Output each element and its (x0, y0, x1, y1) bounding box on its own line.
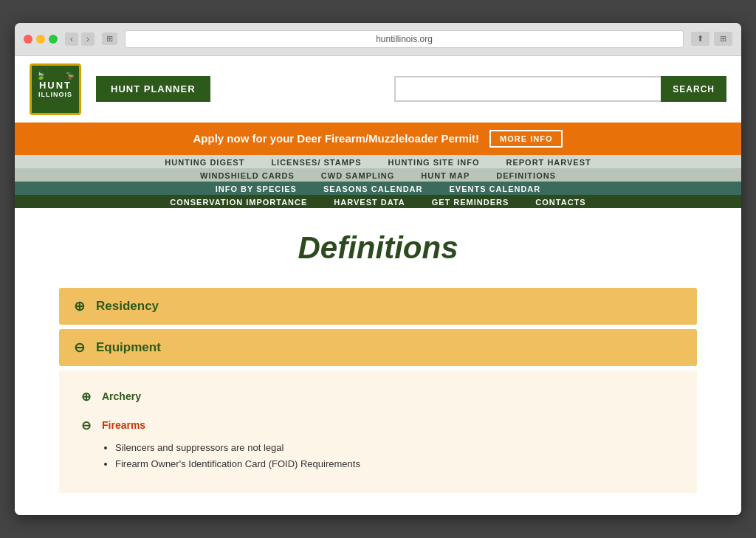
banner-text: Apply now for your Deer Firearm/Muzzlelo… (193, 132, 480, 145)
equipment-accordion: ⊖ Equipment (59, 329, 697, 366)
hunt-planner-button[interactable]: HUNT PLANNER (96, 76, 210, 102)
site-logo: 🍃 🦆 HUNT ILLINOIS (30, 63, 81, 115)
equipment-collapse-icon: ⊖ (74, 339, 89, 356)
share-button[interactable]: ⬆ (691, 32, 709, 46)
archery-label: Archery (102, 390, 141, 402)
birds-icon: 🦆 (66, 72, 75, 80)
firearms-accordion-header[interactable]: ⊖ Firearms (81, 414, 675, 437)
equipment-accordion-label: Equipment (96, 340, 161, 355)
nav-get-reminders[interactable]: GET REMINDERS (419, 195, 523, 208)
minimize-dot[interactable] (36, 35, 45, 44)
browser-dots (24, 35, 58, 44)
firearms-content: Silencers and suppressors are not legal … (81, 440, 675, 472)
forward-button[interactable]: › (81, 32, 94, 46)
search-button[interactable]: SEARCH (661, 76, 726, 102)
nav-harvest-data[interactable]: HARVEST DATA (320, 195, 418, 208)
site-content: 🍃 🦆 HUNT ILLINOIS HUNT PLANNER SEARCH Ap… (15, 56, 741, 515)
logo-illinois-text: ILLINOIS (38, 91, 72, 98)
nav-contacts[interactable]: CONTACTS (522, 195, 599, 208)
nav-conservation-importance[interactable]: CONSERVATION IMPORTANCE (157, 195, 320, 208)
url-text: huntillinois.org (376, 34, 433, 44)
logo-hunt-text: HUNT (39, 80, 72, 91)
close-dot[interactable] (24, 35, 32, 44)
archery-sub-accordion: ⊕ Archery (81, 385, 675, 408)
firearms-label: Firearms (102, 419, 145, 431)
residency-accordion-header[interactable]: ⊕ Residency (59, 288, 697, 325)
nav-get-reminders-label: GET REMINDERS (419, 190, 523, 214)
residency-expand-icon: ⊕ (74, 298, 89, 314)
equipment-accordion-header[interactable]: ⊖ Equipment (59, 329, 697, 366)
archery-accordion-header[interactable]: ⊕ Archery (81, 385, 675, 408)
firearms-item-2: Firearm Owner's Identification Card (FOI… (115, 456, 675, 472)
tabs-button[interactable]: ⊞ (102, 32, 117, 45)
nav-harvest-data-label: HARVEST DATA (320, 190, 418, 214)
logo-container: 🍃 🦆 HUNT ILLINOIS (30, 63, 81, 115)
leaf-icon: 🍃 (36, 72, 45, 80)
more-info-button[interactable]: MORE INFO (489, 130, 563, 148)
firearms-item-1: Silencers and suppressors are not legal (115, 440, 675, 456)
browser-window: ‹ › ⊞ huntillinois.org ⬆ ⊞ 🍃 🦆 HUNT ILLI… (15, 23, 741, 515)
browser-actions: ⬆ ⊞ (691, 32, 732, 46)
back-button[interactable]: ‹ (65, 32, 78, 46)
page-title: Definitions (59, 230, 697, 266)
nav-arrows: ‹ › (65, 32, 94, 46)
main-content: Definitions ⊕ Residency ⊖ Equipment (15, 208, 741, 515)
definitions-content: ⊕ Archery ⊖ Firearms Silencers and suppr… (59, 370, 697, 493)
nav-contacts-label: CONTACTS (522, 190, 599, 214)
nav-conservation-importance-label: CONSERVATION IMPORTANCE (157, 190, 320, 214)
maximize-dot[interactable] (49, 35, 58, 44)
residency-accordion: ⊕ Residency (59, 288, 697, 325)
residency-accordion-label: Residency (96, 299, 159, 314)
browser-chrome: ‹ › ⊞ huntillinois.org ⬆ ⊞ (15, 23, 741, 56)
grid-button[interactable]: ⊞ (714, 32, 732, 46)
nav-row-4: CONSERVATION IMPORTANCE HARVEST DATA GET… (15, 195, 741, 208)
address-bar[interactable]: huntillinois.org (125, 30, 684, 48)
site-header: 🍃 🦆 HUNT ILLINOIS HUNT PLANNER SEARCH (15, 56, 741, 123)
firearms-collapse-icon: ⊖ (81, 418, 94, 432)
archery-expand-icon: ⊕ (81, 390, 94, 404)
search-container: SEARCH (394, 76, 726, 102)
firearms-sub-accordion: ⊖ Firearms Silencers and suppressors are… (81, 414, 675, 472)
search-input[interactable] (394, 76, 661, 102)
